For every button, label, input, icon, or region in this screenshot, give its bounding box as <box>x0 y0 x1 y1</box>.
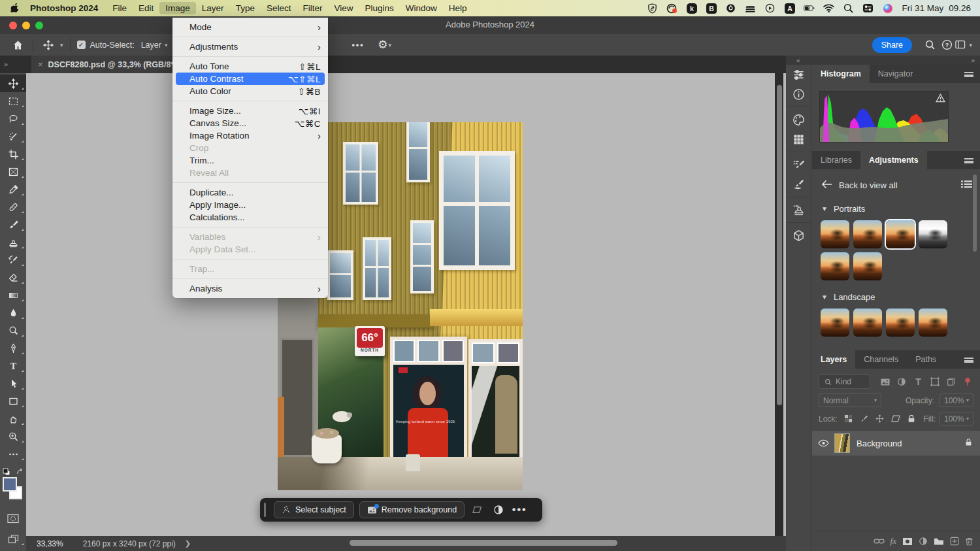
status-chevron-icon[interactable]: ❯ <box>185 539 191 548</box>
type-tool[interactable]: T <box>0 357 26 375</box>
link-shield-icon[interactable] <box>647 3 658 14</box>
filter-adjustment-layers-icon[interactable] <box>896 375 907 388</box>
healing-brush-tool[interactable] <box>0 198 26 216</box>
menubar-item-edit[interactable]: Edit <box>133 2 159 14</box>
menu-item-image-size[interactable]: Image Size...⌥⌘I <box>172 105 328 117</box>
tab-overflow-icon[interactable]: » <box>4 60 7 68</box>
panel-rail-swatches-icon[interactable] <box>786 129 811 149</box>
preset-thumbnail-portraits-2[interactable] <box>853 220 882 248</box>
section-header-landscape[interactable]: ▼Landscape <box>812 283 980 307</box>
menu-item-adjustments[interactable]: Adjustments› <box>172 41 328 53</box>
workspace-switcher-icon[interactable]: ▾ <box>955 37 972 53</box>
histogram-panel-menu-icon[interactable] <box>964 68 973 80</box>
panel-rail-brushes-icon[interactable] <box>786 175 811 194</box>
layer-row-background[interactable]: Background <box>812 431 980 456</box>
zoom-tool[interactable] <box>0 427 26 445</box>
tab-adjustments[interactable]: Adjustments <box>860 151 927 169</box>
menubar-item-window[interactable]: Window <box>400 2 443 14</box>
layer-effects-icon[interactable]: fx <box>890 536 896 546</box>
menu-item-trim[interactable]: Trim... <box>172 154 328 167</box>
filter-toggle-pin-icon[interactable] <box>962 375 973 388</box>
spotlight-icon[interactable] <box>843 3 854 14</box>
opacity-select[interactable]: 100%▾ <box>939 393 973 407</box>
pen-tool[interactable] <box>0 339 26 357</box>
play-icon[interactable] <box>764 3 776 14</box>
blend-mode-select[interactable]: Normal▾ <box>819 393 881 407</box>
help-icon[interactable]: ? <box>938 37 955 53</box>
quick-mask-button[interactable] <box>0 510 26 527</box>
move-tool[interactable] <box>0 75 26 92</box>
search-icon[interactable] <box>921 37 938 53</box>
lock-transparency-icon[interactable] <box>841 412 856 426</box>
lasso-tool[interactable] <box>0 110 26 127</box>
panel-rail-materials-icon[interactable] <box>786 225 811 245</box>
menubar-clock[interactable]: Fri 31 May 09.26 <box>902 3 971 13</box>
more-options-icon[interactable]: ••• <box>512 504 527 516</box>
fill-select[interactable]: 100%▾ <box>939 412 973 426</box>
menubar-item-filter[interactable]: Filter <box>297 2 328 14</box>
tab-layers[interactable]: Layers <box>812 350 855 369</box>
shape-tool[interactable] <box>0 392 26 410</box>
menu-item-apply-image[interactable]: Apply Image... <box>172 199 328 211</box>
preset-thumbnail-portraits-1[interactable] <box>821 220 849 248</box>
layer-visibility-eye-icon[interactable] <box>812 439 834 447</box>
bitwarden-icon[interactable]: B <box>706 3 717 14</box>
transform-icon[interactable] <box>470 505 485 514</box>
alfred-icon[interactable]: A <box>784 3 795 14</box>
blur-tool[interactable] <box>0 304 26 322</box>
taskbar-drag-handle[interactable] <box>264 503 266 517</box>
preset-thumbnail-landscape-2[interactable] <box>853 309 882 337</box>
adjustments-panel-menu-icon[interactable] <box>964 154 973 166</box>
panel-rail-properties-icon[interactable] <box>786 65 811 84</box>
dodge-tool[interactable] <box>0 322 26 339</box>
home-icon[interactable] <box>9 37 26 53</box>
layer-lock-icon[interactable] <box>965 437 972 449</box>
menu-item-image-rotation[interactable]: Image Rotation› <box>172 129 328 142</box>
menubar-item-view[interactable]: View <box>328 2 359 14</box>
preset-thumbnail-landscape-4[interactable] <box>919 309 947 337</box>
eraser-tool[interactable] <box>0 269 26 286</box>
brush-tool[interactable] <box>0 216 26 233</box>
cached-data-warning-icon[interactable] <box>936 93 945 105</box>
filter-pixel-layers-icon[interactable] <box>879 375 891 388</box>
menu-item-auto-color[interactable]: Auto Color⇧⌘B <box>172 85 328 97</box>
auto-select-checkbox[interactable]: ✓ <box>77 41 86 49</box>
menubar-item-help[interactable]: Help <box>443 2 473 14</box>
menubar-item-layer[interactable]: Layer <box>196 2 230 14</box>
collapse-panels-icon[interactable]: « <box>796 57 800 64</box>
magic-wand-tool[interactable] <box>0 127 26 145</box>
adjustments-scrollbar[interactable] <box>973 175 977 252</box>
menu-item-calculations[interactable]: Calculations... <box>172 211 328 224</box>
link-layers-icon[interactable] <box>874 538 885 544</box>
vertical-scroll-thumb[interactable] <box>777 85 782 405</box>
menubar-item-plugins[interactable]: Plugins <box>359 2 399 14</box>
preset-thumbnail-portraits-5[interactable] <box>821 252 849 280</box>
lock-pixels-icon[interactable] <box>857 412 872 426</box>
foreground-color-swatch[interactable] <box>3 477 17 492</box>
menubar-item-type[interactable]: Type <box>230 2 261 14</box>
window-titlebar[interactable]: Adobe Photoshop 2024 <box>0 16 980 34</box>
back-to-view-all[interactable]: Back to view all <box>839 180 898 190</box>
marquee-tool[interactable] <box>0 92 26 110</box>
zoom-level[interactable]: 33,33% <box>37 539 63 548</box>
panel-rail-color-icon[interactable] <box>786 110 811 129</box>
clone-stamp-tool[interactable] <box>0 233 26 251</box>
panel-rail-brush-settings-icon[interactable] <box>786 155 811 175</box>
layer-filter-kind[interactable]: Kind <box>819 375 870 389</box>
frame-tool[interactable] <box>0 163 26 180</box>
list-view-icon[interactable] <box>961 180 972 191</box>
wifi-icon[interactable] <box>823 3 834 14</box>
eyedropper-tool[interactable] <box>0 180 26 198</box>
canvas-vertical-scrollbar[interactable] <box>775 73 783 536</box>
path-select-tool[interactable] <box>0 375 26 392</box>
control-center-icon[interactable] <box>862 3 874 14</box>
add-layer-mask-icon[interactable] <box>902 537 913 546</box>
filter-shape-layers-icon[interactable] <box>929 375 941 388</box>
history-brush-tool[interactable] <box>0 251 26 269</box>
menu-item-mode[interactable]: Mode› <box>172 21 328 33</box>
layer-name[interactable]: Background <box>857 439 902 448</box>
auto-select-value[interactable]: Layer <box>141 41 161 50</box>
preset-thumbnail-portraits-4[interactable] <box>919 220 947 248</box>
tab-histogram[interactable]: Histogram <box>812 65 870 83</box>
options-more-icon[interactable]: ••• <box>351 41 364 50</box>
